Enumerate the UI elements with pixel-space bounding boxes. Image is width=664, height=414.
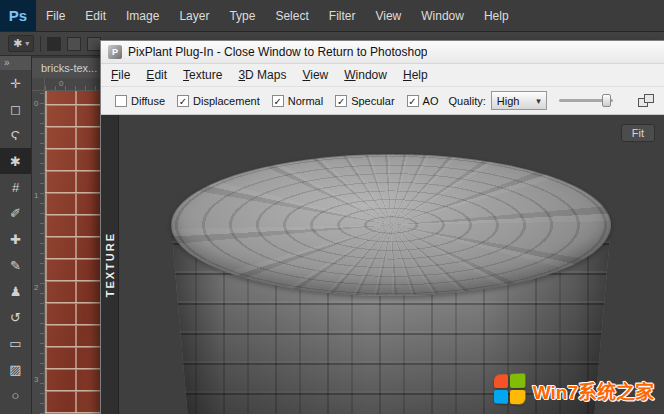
checkbox-ao[interactable]: ✓AO [407, 95, 439, 107]
ps-menu-type[interactable]: Type [219, 9, 265, 23]
pixplant-menu-window[interactable]: Window [336, 65, 395, 85]
checkbox-label: Displacement [193, 95, 260, 107]
photoshop-menubar: Ps FileEditImageLayerTypeSelectFilterVie… [0, 0, 664, 32]
pixplant-menu-file[interactable]: File [103, 65, 138, 85]
ruler-label: 3 [34, 375, 38, 384]
selection-add-button[interactable] [67, 37, 81, 51]
chevron-down-icon: ▾ [25, 39, 29, 48]
dual-view-icon[interactable] [638, 93, 656, 109]
ruler-corner [32, 78, 45, 91]
ps-menu-file[interactable]: File [36, 9, 75, 23]
photoshop-logo: Ps [0, 0, 36, 31]
pixplant-toolbar: Diffuse✓Displacement✓Normal✓Specular✓AO … [101, 87, 664, 115]
pixplant-titlebar[interactable]: P PixPlant Plug-In - Close Window to Ret… [101, 41, 664, 64]
photoshop-tools-list: ✛◻Ϛ✱#✐✚✎♟↺▭▨○ [0, 70, 31, 408]
quality-label: Quality: [448, 95, 485, 107]
checkbox-box: ✓ [335, 95, 347, 107]
move-tool[interactable]: ✛ [0, 70, 31, 96]
crop-tool[interactable]: # [0, 174, 31, 200]
quality-slider[interactable] [559, 99, 613, 102]
checkbox-box: ✓ [177, 95, 189, 107]
ruler-label: 2 [34, 283, 38, 292]
checkbox-diffuse[interactable]: Diffuse [115, 95, 165, 107]
pixplant-3d-preview[interactable]: TEXTURE Fit [101, 115, 664, 414]
magic-wand-icon: ✱ [13, 37, 22, 50]
checkbox-specular[interactable]: ✓Specular [335, 95, 394, 107]
eraser-tool[interactable]: ▭ [0, 330, 31, 356]
ps-menu-help[interactable]: Help [474, 9, 519, 23]
ruler-label: 0 [34, 99, 38, 108]
watermark: Win7系统之家 [493, 374, 654, 406]
pixplant-window-title: PixPlant Plug-In - Close Window to Retur… [128, 45, 427, 59]
clone-stamp-tool[interactable]: ♟ [0, 278, 31, 304]
checkbox-box: ✓ [407, 95, 419, 107]
checkbox-label: Specular [351, 95, 394, 107]
stone-cylinder-top [171, 154, 611, 296]
checkbox-label: Normal [288, 95, 323, 107]
texture-side-tab-label: TEXTURE [104, 232, 116, 297]
pixplant-menu-help[interactable]: Help [395, 65, 436, 85]
map-checkboxes: Diffuse✓Displacement✓Normal✓Specular✓AO [115, 95, 438, 107]
checkbox-label: Diffuse [131, 95, 165, 107]
blur-tool[interactable]: ○ [0, 382, 31, 408]
pixplant-menu-view[interactable]: View [294, 65, 336, 85]
magic-wand-tool[interactable]: ✱ [0, 148, 31, 174]
tool-preset-picker[interactable]: ✱ ▾ [8, 35, 34, 52]
checkbox-box: ✓ [272, 95, 284, 107]
slider-thumb[interactable] [602, 94, 611, 107]
document-tab[interactable]: bricks-tex... [32, 58, 107, 78]
pixplant-app-icon: P [108, 45, 122, 59]
pixplant-menu-edit[interactable]: Edit [138, 65, 175, 85]
ps-menu-select[interactable]: Select [265, 9, 318, 23]
photoshop-menu-items: FileEditImageLayerTypeSelectFilterViewWi… [36, 0, 519, 31]
checkbox-box [115, 95, 127, 107]
vertical-ruler: 0123 [32, 91, 45, 414]
checkbox-label: AO [423, 95, 439, 107]
ps-menu-image[interactable]: Image [116, 9, 169, 23]
quality-value: High [497, 95, 520, 107]
watermark-text: Win7系统之家 [533, 377, 654, 404]
marquee-tool[interactable]: ◻ [0, 96, 31, 122]
gradient-tool[interactable]: ▨ [0, 356, 31, 382]
chevron-down-icon: ▾ [536, 96, 541, 106]
pixplant-window: P PixPlant Plug-In - Close Window to Ret… [100, 40, 664, 414]
selection-new-button[interactable] [47, 37, 61, 51]
photoshop-tools-panel: » ✛◻Ϛ✱#✐✚✎♟↺▭▨○ [0, 56, 32, 414]
pixplant-menubar: FileEditTexture3D MapsViewWindowHelp [101, 64, 664, 87]
eyedropper-tool[interactable]: ✐ [0, 200, 31, 226]
divider [40, 36, 41, 52]
brush-tool[interactable]: ✎ [0, 252, 31, 278]
quality-dropdown[interactable]: High ▾ [491, 91, 547, 110]
healing-brush-tool[interactable]: ✚ [0, 226, 31, 252]
windows-logo-icon [494, 373, 528, 407]
ruler-label: 1 [34, 191, 38, 200]
fit-button[interactable]: Fit [621, 124, 655, 142]
ps-menu-view[interactable]: View [365, 9, 411, 23]
texture-side-tab[interactable]: TEXTURE [101, 115, 119, 414]
history-brush-tool[interactable]: ↺ [0, 304, 31, 330]
pixplant-menu-3d-maps[interactable]: 3D Maps [230, 65, 294, 85]
ruler-label: 0 [59, 79, 63, 88]
ps-menu-edit[interactable]: Edit [75, 9, 116, 23]
ps-menu-layer[interactable]: Layer [169, 9, 219, 23]
screen: Ps FileEditImageLayerTypeSelectFilterVie… [0, 0, 664, 414]
checkbox-displacement[interactable]: ✓Displacement [177, 95, 260, 107]
ps-menu-window[interactable]: Window [411, 9, 474, 23]
pixplant-menu-texture[interactable]: Texture [175, 65, 230, 85]
checkbox-normal[interactable]: ✓Normal [272, 95, 323, 107]
lasso-tool[interactable]: Ϛ [0, 122, 31, 148]
ps-menu-filter[interactable]: Filter [319, 9, 366, 23]
panel-collapse-button[interactable]: » [0, 56, 31, 70]
